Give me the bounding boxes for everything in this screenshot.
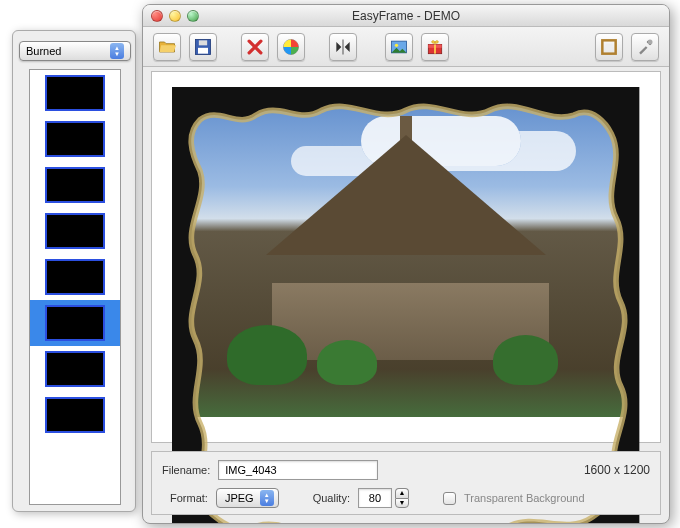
thumbnail-item[interactable] <box>30 346 120 392</box>
quality-input[interactable] <box>358 488 392 508</box>
photo-button[interactable] <box>385 33 413 61</box>
color-wheel-icon <box>281 37 301 57</box>
tools-icon <box>635 37 655 57</box>
svg-rect-2 <box>198 47 208 53</box>
format-label: Format: <box>170 492 208 504</box>
open-button[interactable] <box>153 33 181 61</box>
export-button[interactable] <box>421 33 449 61</box>
close-window-button[interactable] <box>151 10 163 22</box>
format-value: JPEG <box>225 492 254 504</box>
minimize-window-button[interactable] <box>169 10 181 22</box>
dimensions-label: 1600 x 1200 <box>584 463 650 477</box>
transparent-bg-label: Transparent Background <box>464 492 585 504</box>
quality-label: Quality: <box>313 492 350 504</box>
thumbnail-item[interactable] <box>30 392 120 438</box>
main-window: EasyFrame - DEMO <box>142 4 670 524</box>
frame-style-select[interactable]: Burned ▲▼ <box>19 41 131 61</box>
framed-image[interactable] <box>172 87 639 427</box>
photo-content <box>182 97 629 417</box>
thumbnail-item[interactable] <box>30 254 120 300</box>
thumbnail-item[interactable] <box>30 208 120 254</box>
svg-rect-11 <box>606 43 613 50</box>
format-select[interactable]: JPEG ▲▼ <box>216 488 279 508</box>
save-button[interactable] <box>189 33 217 61</box>
frame-icon <box>599 37 619 57</box>
color-button[interactable] <box>277 33 305 61</box>
delete-button[interactable] <box>241 33 269 61</box>
titlebar[interactable]: EasyFrame - DEMO <box>143 5 669 27</box>
filename-label: Filename: <box>162 464 210 476</box>
window-title: EasyFrame - DEMO <box>143 9 669 23</box>
delete-x-icon <box>245 37 265 57</box>
flip-button[interactable] <box>329 33 357 61</box>
save-floppy-icon <box>193 37 213 57</box>
zoom-window-button[interactable] <box>187 10 199 22</box>
updown-arrows-icon: ▲▼ <box>260 490 274 506</box>
svg-point-12 <box>648 39 653 44</box>
frame-thumbnails-list <box>29 69 121 505</box>
photo-icon <box>389 37 409 57</box>
export-panel: Filename: 1600 x 1200 Format: JPEG ▲▼ Qu… <box>151 451 661 515</box>
toolbar <box>143 27 669 67</box>
frame-styles-panel: Burned ▲▼ <box>12 30 136 512</box>
svg-rect-1 <box>199 40 207 45</box>
thumbnail-item[interactable] <box>30 116 120 162</box>
thumbnail-item[interactable] <box>30 300 120 346</box>
transparent-bg-checkbox[interactable] <box>443 492 456 505</box>
svg-rect-9 <box>434 44 436 53</box>
filename-input[interactable] <box>218 460 378 480</box>
thumbnail-item[interactable] <box>30 70 120 116</box>
stepper-down-button[interactable]: ▼ <box>395 498 409 508</box>
quality-stepper[interactable]: ▲ ▼ <box>358 488 409 508</box>
gift-icon <box>425 37 445 57</box>
thumbnail-item[interactable] <box>30 162 120 208</box>
preferences-button[interactable] <box>631 33 659 61</box>
frame-style-value: Burned <box>26 45 61 57</box>
frame-settings-button[interactable] <box>595 33 623 61</box>
svg-point-6 <box>395 43 398 46</box>
open-folder-icon <box>157 37 177 57</box>
preview-area <box>151 71 661 443</box>
updown-arrows-icon: ▲▼ <box>110 43 124 59</box>
stepper-up-button[interactable]: ▲ <box>395 488 409 498</box>
flip-horizontal-icon <box>333 37 353 57</box>
